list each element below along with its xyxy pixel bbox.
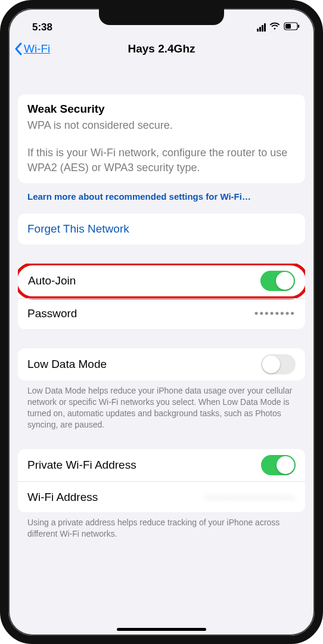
low-data-toggle[interactable] — [261, 354, 296, 374]
battery-icon — [284, 21, 300, 33]
low-data-card: Low Data Mode — [18, 348, 305, 380]
cellular-icon — [257, 23, 266, 32]
nav-bar: Wi-Fi Hays 2.4Ghz — [8, 35, 315, 63]
forget-network-button[interactable]: Forget This Network — [18, 213, 305, 244]
svg-rect-1 — [285, 24, 291, 29]
auto-join-label: Auto-Join — [28, 274, 76, 287]
auto-join-row: Auto-Join — [20, 265, 303, 296]
status-time: 5:38 — [29, 21, 52, 33]
private-footer: Using a private address helps reduce tra… — [18, 512, 305, 540]
private-wifi-row: Private Wi-Fi Address — [18, 449, 305, 481]
security-title: Weak Security — [27, 103, 296, 116]
password-label: Password — [27, 307, 77, 320]
password-row[interactable]: Password •••••••• — [18, 298, 305, 329]
low-data-row: Low Data Mode — [18, 348, 305, 380]
page-title: Hays 2.4Ghz — [8, 42, 315, 55]
auto-join-highlight: Auto-Join — [18, 264, 305, 299]
low-data-label: Low Data Mode — [27, 358, 107, 371]
join-settings-card: Auto-Join Password •••••••• — [18, 264, 305, 329]
private-address-card: Private Wi-Fi Address Wi-Fi Address ————… — [18, 449, 305, 512]
status-icons — [257, 21, 300, 33]
security-subtitle: WPA is not considered secure. — [27, 118, 296, 132]
forget-label: Forget This Network — [27, 222, 129, 236]
learn-more-link[interactable]: Learn more about recommended settings fo… — [18, 183, 305, 205]
home-indicator[interactable] — [117, 628, 206, 631]
security-warning-card: Weak Security WPA is not considered secu… — [18, 94, 305, 183]
back-label: Wi-Fi — [24, 42, 50, 55]
wifi-address-value: ———————— — [205, 491, 296, 503]
svg-rect-2 — [298, 25, 299, 28]
wifi-address-row: Wi-Fi Address ———————— — [18, 481, 305, 512]
wifi-icon — [269, 21, 280, 33]
low-data-footer: Low Data Mode helps reduce your iPhone d… — [18, 380, 305, 431]
auto-join-toggle[interactable] — [260, 271, 295, 291]
private-wifi-label: Private Wi-Fi Address — [27, 459, 136, 472]
back-button[interactable]: Wi-Fi — [14, 42, 50, 55]
private-wifi-toggle[interactable] — [261, 455, 296, 475]
chevron-left-icon — [14, 42, 23, 55]
wifi-address-label: Wi-Fi Address — [27, 491, 98, 504]
password-value: •••••••• — [254, 307, 296, 320]
security-body: If this is your Wi-Fi network, configure… — [27, 145, 296, 175]
forget-card: Forget This Network — [18, 213, 305, 244]
